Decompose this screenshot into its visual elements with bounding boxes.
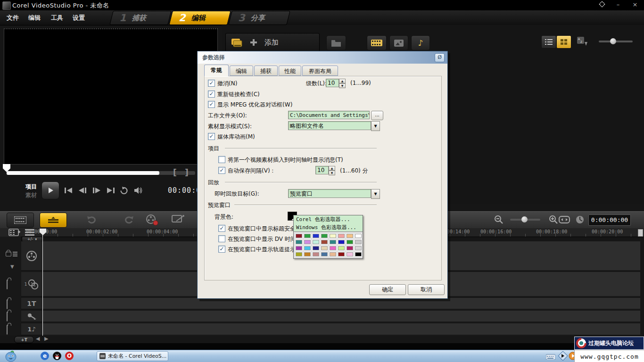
- title-lock-toggle[interactable]: [7, 300, 8, 309]
- palette-color[interactable]: [355, 252, 362, 257]
- autosave-input[interactable]: 10: [315, 166, 329, 174]
- minimize-button[interactable]: –: [613, 1, 623, 9]
- qq-quicklaunch-icon[interactable]: [53, 352, 61, 360]
- record-capture-button[interactable]: [141, 214, 162, 226]
- tray-keyboard-icon[interactable]: [546, 353, 555, 362]
- palette-color[interactable]: [321, 252, 328, 257]
- palette-color[interactable]: [329, 239, 337, 245]
- palette-color[interactable]: [329, 233, 337, 239]
- palette-color[interactable]: [295, 246, 303, 251]
- step-tab-share[interactable]: 3分享: [228, 11, 290, 25]
- filter-photo-button[interactable]: [389, 35, 408, 50]
- track-hint-checkbox[interactable]: ✓: [218, 246, 225, 253]
- mark-in-icon[interactable]: [: [173, 168, 177, 177]
- palette-color[interactable]: [312, 239, 320, 245]
- volume-button[interactable]: [132, 185, 144, 196]
- dialog-close-button[interactable]: Ø: [435, 53, 445, 62]
- windows-color-picker-item[interactable]: Windows 色彩选取器...: [294, 223, 363, 231]
- list-view-button[interactable]: [541, 35, 556, 49]
- tray-media-icon[interactable]: [558, 351, 568, 362]
- title-safe-checkbox[interactable]: ✓: [218, 225, 225, 232]
- voice-lock-toggle[interactable]: [7, 312, 8, 321]
- redo-button[interactable]: [119, 214, 140, 226]
- step-tab-capture[interactable]: 1捕获: [109, 11, 171, 25]
- video-track-button[interactable]: [21, 241, 42, 271]
- step-tab-edit[interactable]: 2编辑: [169, 11, 231, 25]
- palette-color[interactable]: [338, 246, 345, 251]
- palette-color[interactable]: [312, 252, 320, 257]
- task-button-videostudio[interactable]: 未命名 - Corel VideoS...: [97, 351, 168, 361]
- palette-color[interactable]: [295, 252, 303, 257]
- palette-color[interactable]: [312, 233, 320, 239]
- prev-frame-button[interactable]: [76, 185, 89, 196]
- palette-color[interactable]: [295, 233, 303, 239]
- relink-checkbox[interactable]: ✓: [208, 90, 215, 98]
- undo-checkbox[interactable]: ✓: [208, 80, 215, 87]
- timeline-zoom-slider-knob[interactable]: [521, 216, 528, 222]
- dialog-title-bar[interactable]: 参数选择: [198, 51, 447, 64]
- playback-target-dropdown-icon[interactable]: ▼: [371, 189, 380, 199]
- ripple-edit-all-button[interactable]: [6, 252, 17, 256]
- sort-button[interactable]: AZ: [577, 36, 588, 49]
- jump-end-button[interactable]: [105, 185, 117, 196]
- next-frame-button[interactable]: [91, 185, 103, 196]
- palette-color[interactable]: [304, 239, 311, 245]
- palette-color[interactable]: [338, 233, 345, 239]
- mark-out-icon[interactable]: ]: [185, 168, 189, 177]
- thumbnail-size-slider-knob[interactable]: [610, 38, 616, 44]
- autosave-checkbox[interactable]: ✓: [218, 167, 225, 174]
- filter-video-button[interactable]: [367, 35, 387, 50]
- layout-switch-icon[interactable]: [597, 1, 607, 9]
- repeat-button[interactable]: [118, 185, 130, 196]
- menu-settings[interactable]: 设置: [73, 14, 85, 22]
- undo-levels-input[interactable]: 10: [326, 79, 339, 87]
- swap-track-button[interactable]: +T: [14, 336, 34, 343]
- zoom-out-button[interactable]: [488, 214, 509, 226]
- music-lock-toggle[interactable]: [7, 325, 8, 334]
- play-button[interactable]: [41, 181, 59, 199]
- palette-color[interactable]: [338, 239, 345, 245]
- opera-quicklaunch-icon[interactable]: O: [65, 352, 74, 360]
- tab-general[interactable]: 常规: [204, 65, 229, 76]
- ok-button[interactable]: 确定: [369, 284, 406, 295]
- add-media-label[interactable]: 添加: [264, 38, 279, 47]
- library-anim-checkbox[interactable]: ✓: [208, 133, 215, 140]
- preview-scrubber[interactable]: [7, 171, 195, 175]
- title-track-row[interactable]: [42, 298, 640, 310]
- menu-tools[interactable]: 工具: [51, 14, 63, 22]
- browse-folder-button[interactable]: [326, 35, 346, 50]
- overlay-lock-toggle[interactable]: [7, 280, 8, 289]
- collapse-tracks-icon[interactable]: ▼: [10, 264, 14, 269]
- scroll-right-icon[interactable]: ▶: [44, 336, 48, 342]
- grid-view-button[interactable]: [556, 35, 571, 49]
- palette-color[interactable]: [355, 239, 362, 245]
- palette-color[interactable]: [355, 233, 362, 239]
- project-duration-button[interactable]: [573, 214, 586, 226]
- filter-audio-button[interactable]: ♪: [411, 35, 430, 50]
- palette-color[interactable]: [329, 246, 337, 251]
- palette-color[interactable]: [355, 246, 362, 251]
- dv-timecode-checkbox[interactable]: [218, 235, 225, 242]
- palette-color[interactable]: [295, 239, 303, 245]
- add-icon[interactable]: [249, 38, 258, 47]
- palette-color[interactable]: [321, 239, 328, 245]
- browser-quicklaunch-icon[interactable]: e: [41, 352, 49, 360]
- palette-color[interactable]: [304, 252, 311, 257]
- project-mode-label[interactable]: 项目: [25, 183, 37, 191]
- tab-ui-layout[interactable]: 界面布局: [302, 66, 338, 76]
- undo-button[interactable]: [81, 214, 102, 226]
- palette-color[interactable]: [338, 252, 345, 257]
- cancel-button[interactable]: 取消: [408, 284, 445, 295]
- palette-color[interactable]: [321, 233, 328, 239]
- start-button[interactable]: [4, 350, 18, 362]
- tab-edit[interactable]: 编辑: [230, 66, 253, 76]
- tab-capture[interactable]: 捕获: [254, 66, 278, 76]
- menu-file[interactable]: 文件: [7, 14, 19, 22]
- timeline-timecode[interactable]: 0:00:00:00: [588, 214, 631, 226]
- voice-track-button[interactable]: [21, 311, 42, 322]
- work-folder-input[interactable]: C:\Documents and Settings\居: [288, 111, 370, 119]
- fit-project-button[interactable]: [557, 214, 571, 226]
- menu-edit[interactable]: 编辑: [28, 14, 41, 22]
- palette-color[interactable]: [329, 252, 337, 257]
- palette-color[interactable]: [346, 233, 354, 239]
